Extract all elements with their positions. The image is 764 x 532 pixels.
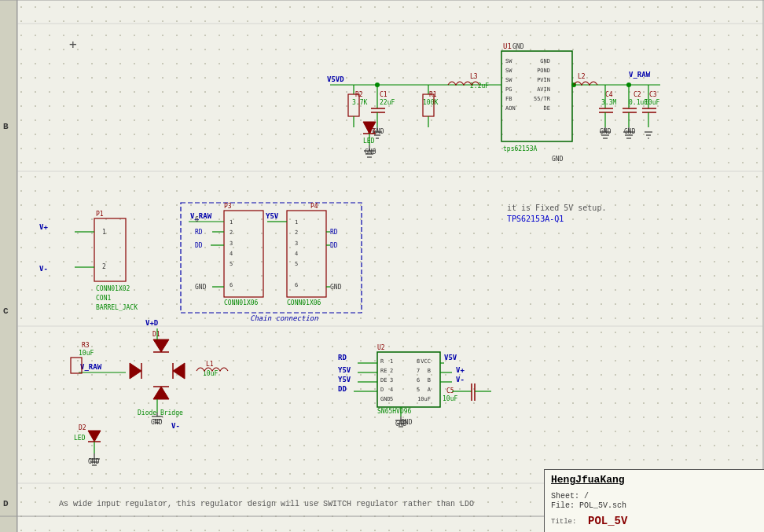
d2-ref: D2 xyxy=(79,424,86,431)
net-vraw-p3: V_RAW xyxy=(190,212,212,220)
p3-ref: P3 xyxy=(224,203,232,210)
annotation-text: it is Fixed 5V setup. xyxy=(507,204,606,212)
l1-ref: L1 xyxy=(206,361,214,368)
svg-text:4: 4 xyxy=(295,251,298,257)
svg-text:5: 5 xyxy=(230,261,233,267)
svg-text:RD: RD xyxy=(195,229,203,236)
svg-text:SW: SW xyxy=(505,68,512,74)
svg-text:3: 3 xyxy=(295,240,298,247)
d1-right xyxy=(173,363,185,379)
p3-name: CONN01X06 xyxy=(224,299,259,306)
svg-text:GND: GND xyxy=(540,58,550,64)
net-vraw-btm: V_RAW xyxy=(80,363,102,371)
p4-box xyxy=(287,211,326,297)
svg-text:1: 1 xyxy=(230,219,233,226)
svg-text:A: A xyxy=(428,387,432,393)
l1-symbol xyxy=(197,368,228,371)
net-v5vd: V5VD xyxy=(327,75,344,83)
svg-text:DE: DE xyxy=(544,105,550,112)
svg-text:PG: PG xyxy=(505,86,512,93)
svg-text:GND: GND xyxy=(512,43,524,50)
net-y5v2-u2: Y5V xyxy=(338,376,351,383)
c3-ref: C3 xyxy=(649,91,657,98)
net-dd-u2: DD xyxy=(338,385,347,393)
net-y5v-u2: Y5V xyxy=(338,366,351,374)
svg-text:GND: GND xyxy=(195,284,207,291)
r3-val: 10uF xyxy=(79,350,94,357)
svg-text:1: 1 xyxy=(295,219,298,226)
svg-text:6: 6 xyxy=(295,282,298,288)
sheet-info: Sheet: / xyxy=(551,492,589,501)
net-vminus-con1: V- xyxy=(39,265,48,273)
c4-val: 3.3M xyxy=(601,99,616,106)
svg-text:D: D xyxy=(380,387,384,393)
svg-text:7: 7 xyxy=(417,368,420,374)
r1-val: 100K xyxy=(423,99,438,106)
svg-text:R: R xyxy=(380,358,384,365)
schematic-title: POL_5V xyxy=(588,515,627,527)
svg-text:DD: DD xyxy=(195,242,203,249)
net-y5v-p4: Y5V xyxy=(266,212,279,220)
net-vraw-top: V_RAW xyxy=(629,71,651,79)
svg-text:B: B xyxy=(428,368,431,374)
svg-text:1: 1 xyxy=(390,358,393,365)
l3-ref: L3 xyxy=(470,73,478,80)
svg-text:2: 2 xyxy=(390,368,393,374)
title-block: HengJfuaKang Sheet: / File: POL_5V.sch T… xyxy=(544,469,764,532)
svg-text:2: 2 xyxy=(102,263,106,270)
svg-text:AVIN: AVIN xyxy=(537,86,550,93)
net-v5v-u2: V5V xyxy=(444,354,457,361)
d1-ref: D1 xyxy=(152,331,160,338)
title-label: Title: xyxy=(551,518,576,526)
u2-ref: U2 xyxy=(377,344,385,351)
con1-name: CONN01X02 xyxy=(96,285,130,292)
p4-name: CONN01X06 xyxy=(287,299,321,306)
annotation-link: TPS62153A-Q1 xyxy=(507,215,564,223)
net-vminus-u2: V- xyxy=(456,376,465,383)
svg-text:DD: DD xyxy=(330,242,338,249)
con1-ref: P1 xyxy=(96,211,104,218)
u1-ref: U1 xyxy=(503,42,512,50)
c1-val: 22uF xyxy=(380,99,395,106)
svg-text:3: 3 xyxy=(390,377,393,383)
svg-text:PVIN: PVIN xyxy=(537,77,550,83)
c3-val: 10uF xyxy=(645,99,659,106)
svg-text:6: 6 xyxy=(195,216,199,223)
d1-top xyxy=(153,339,169,352)
svg-text:GND: GND xyxy=(330,284,342,291)
con1-box xyxy=(94,218,126,281)
svg-text:RE: RE xyxy=(380,368,387,374)
svg-text:10uF: 10uF xyxy=(417,396,431,402)
svg-text:8: 8 xyxy=(417,358,420,365)
con1-type2: BARREL_JACK xyxy=(96,304,138,311)
con1-type: CON1 xyxy=(96,295,111,302)
r2-val: 3.7K xyxy=(352,99,367,106)
net-vplusd: V+D xyxy=(145,319,159,327)
svg-text:6: 6 xyxy=(230,282,233,288)
svg-text:GND: GND xyxy=(380,396,391,402)
svg-text:FB: FB xyxy=(505,96,512,102)
l1-val: 10uF xyxy=(203,370,218,377)
schematic-canvas: B C D + U1 tps62153A GND SW SW SW PG FB … xyxy=(0,0,764,532)
svg-text:B: B xyxy=(428,377,431,383)
cross-cursor: + xyxy=(69,37,77,52)
c5-val: 10uF xyxy=(443,395,457,402)
svg-text:4: 4 xyxy=(390,387,393,393)
svg-text:1: 1 xyxy=(102,229,106,236)
u1-gnd: GND xyxy=(552,156,564,163)
svg-text:2: 2 xyxy=(230,229,233,236)
d3-val: LED xyxy=(363,138,375,145)
net-vplus-con1: V+ xyxy=(39,223,48,231)
svg-text:5: 5 xyxy=(417,387,420,393)
d1-name: Diode_Bridge xyxy=(138,409,183,416)
d1-left xyxy=(130,363,141,379)
company-name: HengJfuaKang xyxy=(551,474,625,486)
u1-name: tps62153A xyxy=(503,145,538,152)
file-info: File: POL_5V.sch xyxy=(551,501,626,510)
c2-ref: C2 xyxy=(634,91,641,98)
net-vplus-u2: V+ xyxy=(456,366,465,374)
d2-symbol xyxy=(88,431,101,442)
p4-ref: P4 xyxy=(310,203,318,210)
svg-text:SW: SW xyxy=(505,58,512,64)
r3-ref: R3 xyxy=(82,342,90,349)
